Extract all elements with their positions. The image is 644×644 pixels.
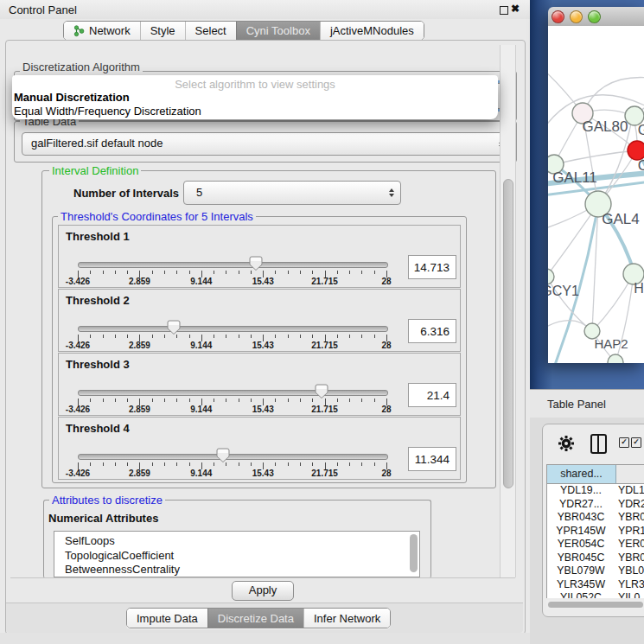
tab-network[interactable]: Network [64,22,140,40]
table-row[interactable]: YER054CYER0 [547,538,644,552]
list-scrollbar-thumb[interactable] [410,534,418,572]
network-edge[interactable] [554,150,637,164]
column-header-name[interactable]: na [616,465,644,484]
slider-tick [115,335,116,338]
threshold-label: Threshold 4 [66,422,130,435]
minimize-traffic-light-icon[interactable] [570,10,583,23]
panel-scrollbar-track[interactable] [500,45,516,577]
gear-icon[interactable] [558,435,575,456]
slider-tick [127,271,128,274]
table-row[interactable]: YBR045CYBR0 [547,552,644,565]
slider-tick-label: 28 [381,277,391,286]
stepper-icon [389,188,394,197]
close-icon[interactable]: ✖ [511,3,520,15]
tab-impute-data[interactable]: Impute Data [127,609,207,628]
table-row[interactable]: YLR345WYLR3 [547,578,644,592]
table-row[interactable]: YDR27...YDR2 [547,498,644,512]
table-hscrollbar-track[interactable] [546,600,644,609]
slider-tick [90,271,91,274]
apply-button[interactable]: Apply [232,581,294,601]
tab-infer-network[interactable]: Infer Network [303,609,390,628]
attribute-list-item[interactable]: BetweennessCentrality [54,563,419,577]
slider-tick [239,462,239,466]
slider-handle[interactable] [216,448,230,463]
table-cell-shared-name: YBR045C [547,552,615,565]
table-row[interactable]: YIL052CYIL0 [547,591,644,598]
window-bottom-strip [0,633,531,644]
table-cell-name: YLR3 [615,578,644,592]
slider-tick [226,399,226,402]
table-row[interactable]: YBL079WYBL0 [547,564,644,578]
slider-tick [152,335,153,338]
slider-tick-label: 21.715 [311,469,338,478]
column-header-shared[interactable]: shared... [547,465,616,484]
tab-style[interactable]: Style [140,22,185,40]
checkbox-icon[interactable]: ✓ [631,437,641,448]
num-intervals-combobox[interactable]: 5 [183,181,401,205]
float-window-icon[interactable] [500,6,508,15]
table-cell-name: YDL1 [615,484,644,498]
threshold-value-field[interactable]: 11.344 [408,447,456,471]
threshold-value-field[interactable]: 21.4 [408,383,456,407]
slider-tick [90,335,91,338]
network-node-label: C [638,157,644,174]
slider-tick-label: 9.144 [190,469,212,478]
slider-track[interactable] [78,262,388,268]
dropdown-option-manual[interactable]: Manual Discretization [14,91,130,104]
slider-track[interactable] [78,326,388,332]
slider-tick [374,335,375,338]
table-row[interactable]: YDL19...YDL1 [547,484,644,498]
table-data-combobox[interactable]: galFiltered.sif default node [22,132,511,156]
network-canvas[interactable]: GAL80GACGAL11GAL4GCY1HHAP2 [548,26,644,363]
table-cell-shared-name: YLR345W [547,578,615,592]
slider-tick [103,399,104,402]
network-view-window: GAL80GACGAL11GAL4GCY1HHAP2 [548,7,644,363]
attribute-list-item[interactable]: TopologicalCoefficient [54,549,419,564]
slider-tick [90,462,91,466]
close-traffic-light-icon[interactable] [552,10,564,23]
table-hscrollbar-thumb[interactable] [548,602,643,608]
zoom-traffic-light-icon[interactable] [588,10,601,23]
threshold-value-field[interactable]: 6.316 [408,319,456,343]
table-row[interactable]: YPR145WYPR1 [547,525,644,539]
tab-cyni-toolbox[interactable]: Cyni Toolbox [236,22,320,40]
tab-discretize-data[interactable]: Discretize Data [207,609,303,628]
slider-track[interactable] [78,390,388,396]
split-columns-icon[interactable] [590,434,607,454]
slider-tick [152,271,153,274]
dropdown-placeholder: Select algorithm to view settings [12,78,498,91]
network-node[interactable] [548,269,554,284]
slider-handle[interactable] [249,256,263,271]
slider-tick [90,399,91,402]
slider-tick [189,399,190,402]
slider-handle[interactable] [167,320,181,335]
slider-tick [189,335,190,338]
tab-jactivemnodules[interactable]: jActiveMNodules [320,22,424,40]
slider-tick [337,399,338,402]
slider-tick [312,271,313,274]
slider-tick [127,335,128,338]
attribute-list-item[interactable]: SelfLoops [54,534,419,549]
checkbox-icon[interactable]: ✓ [619,437,629,448]
threshold-value-field[interactable]: 14.713 [408,255,456,279]
slider-tick [251,462,252,466]
slider-tick [176,271,177,274]
algorithm-dropdown-popup: Select algorithm to view settings Manual… [12,75,498,119]
table-cell-name: YBR0 [615,511,644,525]
tab-select[interactable]: Select [185,22,236,40]
slider-tick [374,399,375,402]
slider-handle[interactable] [315,384,328,399]
slider-tick-label: -3.426 [66,405,90,414]
slider-tick [361,462,362,466]
attributes-list[interactable]: SelfLoopsTopologicalCoefficientBetweenne… [54,531,420,577]
table-row[interactable]: YBR043CYBR0 [547,511,644,525]
slider-tick [337,462,338,466]
network-node-label: H [634,281,644,296]
network-window-titlebar[interactable] [548,7,644,27]
slider-tick [349,462,350,466]
panel-scrollbar-thumb[interactable] [503,179,513,488]
slider-track[interactable] [78,454,388,460]
thresholds-group: Threshold's Coordinates for 5 Intervals … [52,216,467,483]
dropdown-option-equal-width[interactable]: Equal Width/Frequency Discretization [14,105,201,118]
slider-tick [361,335,362,338]
